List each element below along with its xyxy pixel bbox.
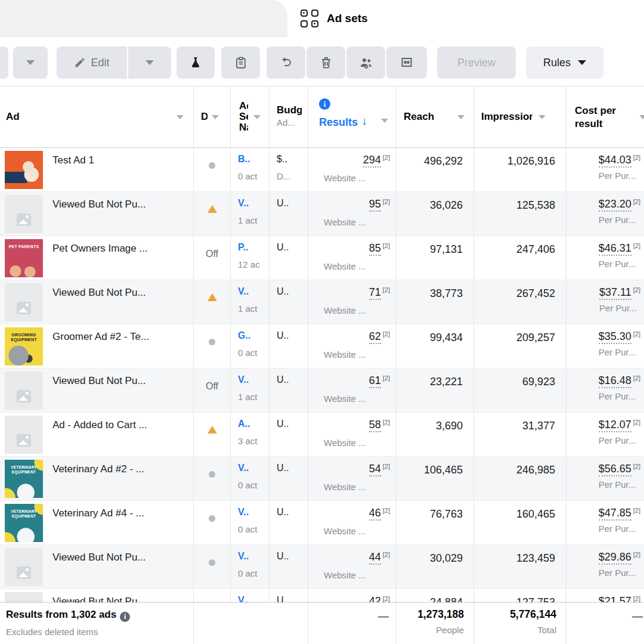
column-header-delivery[interactable]: Delivery <box>194 86 231 147</box>
table-row[interactable]: Viewed But Not Pu... V.. 0 act U.. 44[2]… <box>0 545 644 589</box>
ad-set-link[interactable]: V.. <box>238 286 249 297</box>
ad-name-link[interactable]: Viewed But Not Pu... <box>52 552 146 564</box>
column-header-cost-per-result[interactable]: Cost per result <box>566 86 644 147</box>
results-value[interactable]: 294 <box>363 154 381 168</box>
column-label-ad-set-name: Ad Set Name <box>239 101 248 134</box>
cropped-button[interactable] <box>0 47 8 79</box>
cost-per-result-value[interactable]: $35.30 <box>599 330 631 344</box>
table-row[interactable]: Test Ad 1 B.. 0 act $.. D... 294[2] Webs… <box>0 148 644 192</box>
results-value[interactable]: 42 <box>369 595 381 602</box>
chevron-down-icon[interactable] <box>538 115 546 119</box>
ad-set-link[interactable]: V.. <box>238 198 249 209</box>
info-icon[interactable]: i <box>120 612 130 622</box>
results-value[interactable]: 62 <box>369 330 381 344</box>
cost-per-result-value[interactable]: $46.31 <box>599 242 631 256</box>
ad-set-link[interactable]: V.. <box>238 595 249 602</box>
preview-button-label: Preview <box>457 57 496 69</box>
delete-button[interactable] <box>306 47 345 79</box>
table-row[interactable]: VETERINARY EQUIPMENT Veterinary Ad #4 - … <box>0 501 644 545</box>
dropdown-button[interactable] <box>13 47 48 79</box>
column-header-results[interactable]: i Results↓ <box>308 86 397 147</box>
cost-per-result-value[interactable]: $23.20 <box>599 198 631 212</box>
column-header-ad[interactable]: Ad <box>0 86 194 147</box>
cost-per-result-value[interactable]: $37.11 <box>599 286 631 300</box>
ab-test-button[interactable] <box>177 47 215 79</box>
preview-button[interactable]: Preview <box>437 47 516 79</box>
audiences-button[interactable] <box>346 47 385 79</box>
ad-name-link[interactable]: Test Ad 1 <box>52 154 94 166</box>
impressions-total-value: 5,776,144 <box>510 608 556 621</box>
undo-button[interactable] <box>267 47 305 79</box>
table-row[interactable]: Viewed But Not Pu... V.. 1 act U.. 71[2]… <box>0 280 644 324</box>
edit-button[interactable]: Edit <box>57 47 127 79</box>
results-value[interactable]: 54 <box>369 463 381 476</box>
inactive-tab-area[interactable] <box>0 0 287 37</box>
ad-set-link[interactable]: G.. <box>238 330 250 341</box>
chevron-down-icon[interactable] <box>177 115 184 119</box>
ad-set-link[interactable]: V.. <box>238 507 249 518</box>
chevron-down-icon[interactable] <box>253 115 261 119</box>
results-value[interactable]: 85 <box>369 242 381 256</box>
ad-set-cell: V.. 0 act <box>231 589 270 602</box>
cost-per-result-value[interactable]: $21.57 <box>599 595 631 602</box>
info-icon[interactable]: i <box>319 98 330 110</box>
ad-name-link[interactable]: Viewed But Not Pu... <box>52 596 146 602</box>
results-value[interactable]: 58 <box>369 419 381 432</box>
ad-name-link[interactable]: Viewed But Not Pu... <box>52 375 146 387</box>
table-row[interactable]: GROOMING EQUIPMENT Groomer Ad #2 - Te...… <box>0 324 644 369</box>
chevron-down-icon[interactable] <box>212 115 219 119</box>
sort-descending-icon[interactable]: ↓ <box>361 114 367 127</box>
results-value[interactable]: 95 <box>369 198 381 212</box>
ad-name-link[interactable]: Viewed But Not Pu... <box>52 287 146 299</box>
code-window-button[interactable] <box>386 47 427 79</box>
results-footnote: [2] <box>383 551 390 558</box>
table-row[interactable]: Viewed But Not Pu... V.. 0 act U.. 42[2]… <box>0 589 644 602</box>
cost-per-result-value[interactable]: $16.48 <box>599 374 631 388</box>
results-value[interactable]: 44 <box>369 551 381 565</box>
duplicate-button[interactable] <box>221 47 260 79</box>
delivery-status <box>194 545 230 568</box>
ad-set-link[interactable]: V.. <box>238 463 249 473</box>
column-header-ad-set-name[interactable]: Ad Set Name <box>231 86 270 147</box>
table-row[interactable]: Viewed But Not Pu... V.. 1 act U.. 95[2]… <box>0 192 644 236</box>
cost-per-result-value[interactable]: $12.07 <box>599 419 631 432</box>
table-row[interactable]: PET PARENTS Pet Owners Image ... Off P..… <box>0 236 644 280</box>
cost-per-result-value[interactable]: $29.86 <box>599 551 631 565</box>
results-value[interactable]: 71 <box>369 286 381 300</box>
ad-set-link[interactable]: V.. <box>238 551 249 562</box>
table-row[interactable]: VETERINARY EQUIPMENT Veterinary Ad #2 - … <box>0 457 644 501</box>
ad-set-link[interactable]: A.. <box>238 419 250 429</box>
cost-type: Per Pur... <box>599 215 640 225</box>
ad-set-link[interactable]: P.. <box>238 242 249 253</box>
budget-cell: U.. <box>270 501 308 544</box>
edit-dropdown-button[interactable] <box>128 47 171 79</box>
ad-set-active-count: 1 act <box>238 392 258 402</box>
table-row[interactable]: Ad - Added to Cart ... A.. 3 act U.. 58[… <box>0 413 644 457</box>
chevron-down-icon[interactable] <box>381 119 388 123</box>
ad-name-link[interactable]: Veterinary Ad #2 - ... <box>52 463 144 475</box>
cost-footnote: [2] <box>633 330 640 338</box>
chevron-down-icon[interactable] <box>639 115 644 119</box>
rules-button[interactable]: Rules <box>526 47 603 79</box>
column-header-budget[interactable]: Budget Ad... <box>270 86 308 147</box>
column-header-reach[interactable]: Reach <box>397 86 474 147</box>
table-row[interactable]: Viewed But Not Pu... Off V.. 1 act U.. 6… <box>0 369 644 413</box>
cost-per-result-value[interactable]: $56.65 <box>599 463 631 476</box>
ad-name-link[interactable]: Groomer Ad #2 - Te... <box>52 331 149 343</box>
cost-per-result-value[interactable]: $47.85 <box>599 507 631 521</box>
results-value[interactable]: 61 <box>369 374 381 388</box>
ad-set-link[interactable]: B.. <box>238 154 250 165</box>
ad-name-link[interactable]: Veterinary Ad #4 - ... <box>52 507 144 519</box>
column-header-impressions[interactable]: Impressions <box>474 86 566 147</box>
chevron-down-icon[interactable] <box>457 115 465 119</box>
results-cell: 46[2] Website ... <box>308 501 397 544</box>
tab-ad-sets[interactable]: Ad sets <box>287 0 644 37</box>
ad-name-link[interactable]: Ad - Added to Cart ... <box>52 419 147 431</box>
ad-name-link[interactable]: Viewed But Not Pu... <box>52 199 146 210</box>
ad-name-link[interactable]: Pet Owners Image ... <box>52 243 148 255</box>
ad-set-link[interactable]: V.. <box>238 374 249 385</box>
table-footer: Results from 1,302 adsi Excludes deleted… <box>0 602 644 644</box>
cost-per-result-value[interactable]: $44.03 <box>599 154 631 168</box>
results-value[interactable]: 46 <box>369 507 381 521</box>
status-active-dot-icon <box>209 471 215 478</box>
